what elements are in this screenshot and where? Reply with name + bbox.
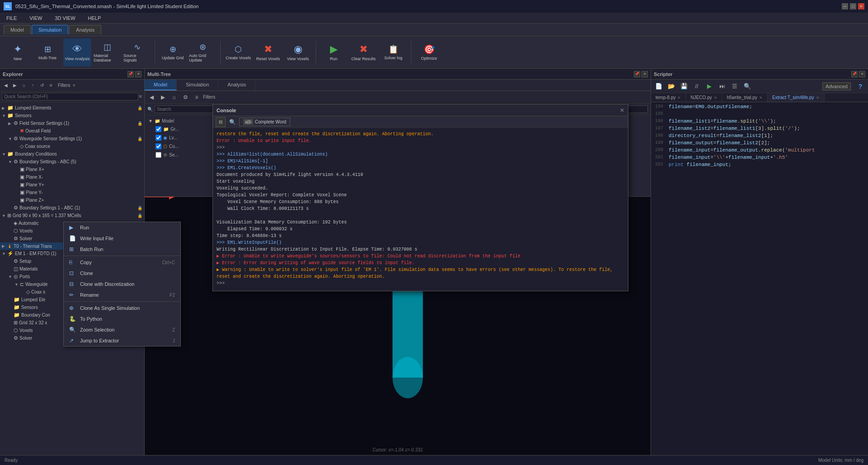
tool-run[interactable]: ▶ Run <box>320 38 348 66</box>
mt-checkbox[interactable] <box>156 126 161 132</box>
tool-update-grid[interactable]: ⊕ Update Grid <box>159 38 187 66</box>
maximize-button[interactable]: □ <box>850 3 856 9</box>
tool-reset-voxels[interactable]: ✖ Reset Voxels <box>254 38 282 66</box>
tree-item-boundary-settings-1[interactable]: ⚙ Boundary Settings 1 - ABC (1) 🔒 <box>0 204 144 212</box>
ctx-clone[interactable]: ⊡ Clone <box>64 268 180 279</box>
mt-tab-model[interactable]: Model <box>145 80 177 90</box>
mt-checkbox[interactable] <box>156 143 161 149</box>
ctx-write-input[interactable]: 📄 Write Input File <box>64 233 180 244</box>
console-terminal-button[interactable]: ⊟ <box>216 117 226 127</box>
scripter-pin-button[interactable]: 📌 <box>851 71 858 77</box>
mt-tab-analysis[interactable]: Analysis <box>218 80 255 90</box>
scripter-close-button[interactable]: ✕ <box>859 71 865 77</box>
tree-item-plane-yminus[interactable]: ▣ Plane Y- <box>0 189 144 196</box>
tool-optimize[interactable]: 🎯 Optimize <box>415 38 443 66</box>
mt-settings-button[interactable]: ⚙ <box>180 92 190 102</box>
close-tab-icon[interactable]: ✕ <box>816 95 820 100</box>
explorer-filter-button[interactable]: ≡ <box>47 81 55 90</box>
tree-item-waveguide-sensor[interactable]: ▼ ⚙ Waveguide Sensor Settings (1) 🔒 <box>0 135 144 142</box>
mt-forward-button[interactable]: ▶ <box>158 92 168 102</box>
scripter-new-button[interactable]: 📄 <box>654 81 664 91</box>
mt-checkbox[interactable] <box>156 135 161 141</box>
file-tab-h5write[interactable]: h5write_trial.py ✕ <box>722 93 768 102</box>
scripter-help-button[interactable]: ? <box>855 81 865 91</box>
ctx-copy[interactable]: ⎘ Copy Ctrl+C <box>64 257 180 268</box>
tool-view-voxels[interactable]: ◉ View Voxels <box>284 38 312 66</box>
mt-tab-simulation[interactable]: Simulation <box>177 80 218 90</box>
tree-item-boundary-settings-abc[interactable]: ▼ ⚙ Boundary Settings - ABC (5) <box>0 158 144 166</box>
tree-item-grid[interactable]: ▼ ⊞ Grid 90 x 90 x 165 = 1.337 MCells 🔒 <box>0 212 144 219</box>
close-button[interactable]: ✕ <box>858 3 864 9</box>
menu-help[interactable]: HELP <box>85 14 104 22</box>
console-search-button[interactable]: 🔍 <box>227 117 237 127</box>
tool-view-analysis[interactable]: 👁 View Analysis <box>63 38 91 66</box>
menu-file[interactable]: FILE <box>4 14 19 22</box>
scripter-search-button[interactable]: 🔍 <box>742 81 752 91</box>
scripter-step-button[interactable]: ⏭ <box>717 81 727 91</box>
mt-checkbox[interactable] <box>156 152 161 158</box>
search-clear-button[interactable]: ✕ <box>138 94 142 100</box>
menu-3dview[interactable]: 3D VIEW <box>52 14 78 22</box>
ctx-run[interactable]: ▶ Run <box>64 222 180 233</box>
tool-solver-log[interactable]: 📋 Solver log <box>379 38 407 66</box>
explorer-up-button[interactable]: ↑ <box>29 81 37 90</box>
explorer-home-button[interactable]: ⌂ <box>20 81 28 90</box>
tool-clear-results[interactable]: ✖ Clear Results <box>349 38 377 66</box>
ctx-clone-with-disc[interactable]: ⊟ Clone with Discretization <box>64 279 180 289</box>
scripter-list-button[interactable]: ☰ <box>730 81 740 91</box>
tab-simulation[interactable]: Simulation <box>32 25 68 34</box>
explorer-forward-button[interactable]: ▶ <box>11 81 19 90</box>
close-tab-icon[interactable]: ✕ <box>677 95 681 100</box>
mt-filter-button[interactable]: ≡ <box>192 92 202 102</box>
close-tab-icon[interactable]: ✕ <box>759 95 763 100</box>
ctx-to-python[interactable]: 🐍 To Python <box>64 313 180 324</box>
mt-home-button[interactable]: ⌂ <box>169 92 179 102</box>
explorer-close-button[interactable]: ✕ <box>135 71 142 77</box>
ctx-batch-run[interactable]: ⊞ Batch Run <box>64 244 180 255</box>
explorer-refresh-button[interactable]: ↺ <box>38 81 46 90</box>
scripter-save-button[interactable]: 💾 <box>679 81 689 91</box>
multitree-pin-button[interactable]: 📌 <box>634 71 640 77</box>
tool-source-signals[interactable]: ∿ Source Signals <box>123 38 151 66</box>
tool-multitree[interactable]: ⊞ Multi-Tree <box>33 38 61 66</box>
ctx-jump-extractor[interactable]: ↗ Jump to Extractor J <box>64 335 180 346</box>
file-tab-temp8[interactable]: temp-8.py ✕ <box>651 93 686 102</box>
console-panel[interactable]: Console ✕ ⊟ 🔍 a|b Complete Word restore … <box>212 104 628 291</box>
file-tab-extract[interactable]: Extract T_sim4life.py ✕ <box>768 93 825 102</box>
minimize-button[interactable]: ─ <box>842 3 848 9</box>
explorer-back-button[interactable]: ◀ <box>2 81 10 90</box>
tab-analysis[interactable]: Analysis <box>69 25 101 34</box>
tree-item-boundary-conditions[interactable]: ▼ 📁 Boundary Conditions <box>0 150 144 158</box>
tool-create-voxels[interactable]: ⬡ Create Voxels <box>224 38 252 66</box>
explorer-pin-button[interactable]: 📌 <box>127 71 134 77</box>
file-tab-njeco[interactable]: NJECO.py ✕ <box>686 93 722 102</box>
tree-item-plane-xplus[interactable]: ▣ Plane X+ <box>0 166 144 173</box>
tool-material-db[interactable]: ◫ Material Database <box>93 38 121 66</box>
tool-auto-grid[interactable]: ⊛ Auto Grid Update <box>189 38 217 66</box>
ctx-zoom-selection[interactable]: 🔍 Zoom Selection Z <box>64 324 180 335</box>
complete-word-button[interactable]: a|b Complete Word <box>239 118 290 126</box>
tree-item-field-sensor[interactable]: ▶ ⚙ Field Sensor Settings (1) 🔒 <box>0 119 144 127</box>
explorer-search-input[interactable] <box>2 93 138 100</box>
ctx-clone-single[interactable]: ⊕ Clone As Single Simulation <box>64 303 180 313</box>
code-editor[interactable]: 194 filename=EM0.OutputFilename; 195 196… <box>651 102 868 455</box>
scripter-comment-button[interactable]: // <box>692 81 702 91</box>
console-output[interactable]: restore the file, reset and create the d… <box>213 128 628 291</box>
tool-new[interactable]: ✦ New <box>4 38 32 66</box>
console-close-button[interactable]: ✕ <box>620 107 624 114</box>
tab-model[interactable]: Model <box>4 25 31 34</box>
tree-item-plane-xminus[interactable]: ▣ Plane X- <box>0 173 144 181</box>
tree-item-sensors[interactable]: ▼ 📁 Sensors <box>0 112 144 119</box>
scripter-open-button[interactable]: 📂 <box>666 81 676 91</box>
mt-back-button[interactable]: ◀ <box>146 92 156 102</box>
menu-view[interactable]: VIEW <box>27 14 45 22</box>
scripter-run-button[interactable]: ▶ <box>704 81 714 91</box>
close-tab-icon[interactable]: ✕ <box>714 95 717 100</box>
scripter-advanced-button[interactable]: Advanced <box>822 82 851 90</box>
tree-item-lumped-elements[interactable]: ▶ 📁 Lumped Elements 🔒 <box>0 104 144 112</box>
tree-item-overall-field[interactable]: ✖ Overall Field <box>0 127 144 135</box>
multitree-close-button[interactable]: ✕ <box>642 71 648 77</box>
tree-item-plane-zplus[interactable]: ▣ Plane Z+ <box>0 196 144 204</box>
tree-item-plane-yplus[interactable]: ▣ Plane Y+ <box>0 181 144 189</box>
ctx-rename[interactable]: ✏ Rename F2 <box>64 289 180 300</box>
